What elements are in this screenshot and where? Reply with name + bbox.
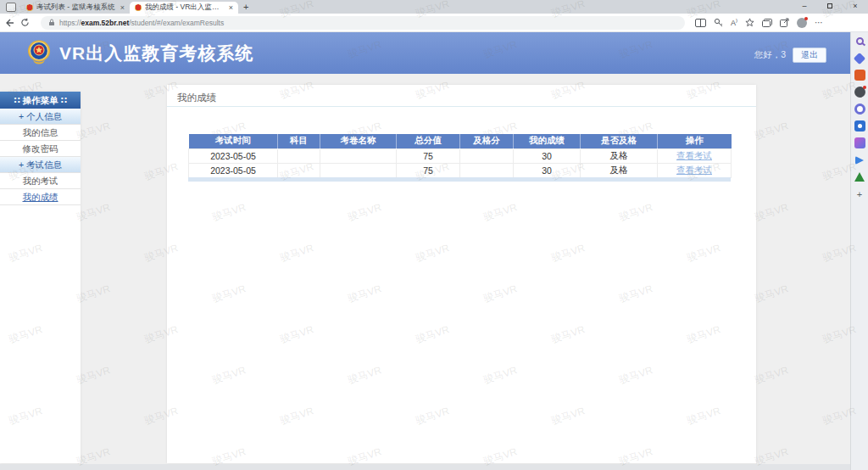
col-pass-score: 及格分 <box>460 134 514 148</box>
watermark-text: 骏马VR <box>753 200 790 225</box>
settings-more-icon[interactable]: ⋯ <box>815 18 824 27</box>
app-title: VR出入监教育考核系统 <box>59 42 253 65</box>
browser-address-bar: https://exam.52br.net/student/#/exam/exa… <box>0 14 868 32</box>
browser-tab-strip: 考试列表 - 监狱考核系统 × 我的成绩 - VR出入监教育考核系统 × + –… <box>0 0 868 14</box>
menu-header: ∷ 操作菜单 ∷ <box>0 92 81 109</box>
scores-table: 考试时间 科目 考卷名称 总分值 及格分 我的成绩 是否及格 操作 2023-0… <box>188 134 732 178</box>
close-button[interactable]: × <box>843 0 868 13</box>
watermark-text: 骏马VR <box>753 119 790 143</box>
table-row: 2023-05-05 75 30 及格 查看考试 <box>189 148 732 163</box>
profile-avatar[interactable] <box>797 18 807 28</box>
tab-close-icon[interactable]: × <box>229 3 233 12</box>
cell-pass-score <box>460 163 514 177</box>
sidebar-item-my-scores[interactable]: 我的成绩 <box>0 189 81 205</box>
restore-button[interactable] <box>817 0 843 13</box>
edge-sidebar: + <box>850 32 868 470</box>
view-exam-link[interactable]: 查看考试 <box>676 150 712 160</box>
sidebar-group-exam-info[interactable]: + 考试信息 <box>0 157 81 173</box>
read-aloud-icon[interactable]: A) <box>731 18 737 27</box>
my-scores-panel: 我的成绩 考试时间 科目 考卷名称 总分值 及格分 我的成绩 是否及格 操作 2… <box>167 85 756 463</box>
tag-icon[interactable] <box>854 53 865 64</box>
operation-menu-panel: ∷ 操作菜单 ∷ + 个人信息 我的信息 修改密码 + 考试信息 我的考试 我的… <box>0 92 81 463</box>
col-pass-status: 是否及格 <box>581 134 658 148</box>
lock-icon <box>48 19 55 26</box>
tree-icon[interactable] <box>854 171 865 182</box>
url-text: https://exam.52br.net/student/#/exam/exa… <box>59 19 224 27</box>
app-header: VR出入监教育考核系统 您好，3 退出 <box>0 32 850 74</box>
tab-actions-icon[interactable] <box>6 3 16 12</box>
briefcase-icon[interactable] <box>854 70 865 81</box>
new-tab-button[interactable]: + <box>243 2 248 12</box>
search-icon[interactable] <box>856 37 864 45</box>
police-emblem-logo <box>27 40 51 65</box>
people-icon[interactable] <box>854 87 865 98</box>
ring-icon[interactable] <box>854 104 865 115</box>
watermark-text: 骏马VR <box>753 363 790 388</box>
cell-paper-name <box>320 148 397 163</box>
cell-pass-score <box>460 148 514 163</box>
col-total-score: 总分值 <box>397 134 460 148</box>
sidebar-item-my-exams[interactable]: 我的考试 <box>0 173 81 189</box>
col-paper-name: 考卷名称 <box>320 134 397 148</box>
refresh-icon[interactable] <box>20 18 36 27</box>
cell-exam-time: 2023-05-05 <box>189 148 278 163</box>
table-row: 2023-05-05 75 30 及格 查看考试 <box>189 163 732 177</box>
cell-total-score: 75 <box>397 148 460 163</box>
favorites-star-icon[interactable] <box>745 18 754 27</box>
site-favicon <box>26 4 33 11</box>
watermark-text: 骏马VR <box>753 282 790 306</box>
col-exam-time: 考试时间 <box>189 134 278 148</box>
tab-title: 考试列表 - 监狱考核系统 <box>36 3 117 13</box>
header-user-area: 您好，3 退出 <box>754 48 826 63</box>
col-action: 操作 <box>658 134 732 148</box>
cell-subject <box>278 163 320 177</box>
view-exam-link[interactable]: 查看考试 <box>676 165 712 175</box>
address-bar-icons: A) ⋯ <box>695 18 824 28</box>
cell-subject <box>278 148 320 163</box>
col-subject: 科目 <box>278 134 320 148</box>
plus-icon[interactable]: + <box>854 188 865 199</box>
sidebar-item-change-password[interactable]: 修改密码 <box>0 141 81 157</box>
back-icon[interactable] <box>5 19 20 27</box>
cell-pass-status: 及格 <box>581 163 658 177</box>
window-bottom-edge <box>0 464 850 470</box>
user-greeting: 您好，3 <box>754 49 786 61</box>
cell-my-score: 30 <box>514 163 581 177</box>
table-footer-bar <box>188 177 731 182</box>
camera-icon[interactable] <box>854 120 865 131</box>
restore-icon <box>827 3 832 8</box>
split-screen-icon[interactable] <box>695 19 706 27</box>
logout-button[interactable]: 退出 <box>793 48 826 63</box>
browser-tab-exam-list[interactable]: 考试列表 - 监狱考核系统 × <box>21 2 130 14</box>
table-header-row: 考试时间 科目 考卷名称 总分值 及格分 我的成绩 是否及格 操作 <box>189 134 732 148</box>
collections-icon[interactable] <box>762 19 772 27</box>
window-controls: – × <box>792 0 868 13</box>
cell-pass-status: 及格 <box>581 148 658 163</box>
browser-tab-my-scores[interactable]: 我的成绩 - VR出入监教育考核系统 × <box>130 2 238 14</box>
cell-my-score: 30 <box>514 148 581 163</box>
page-title: 我的成绩 <box>167 85 756 107</box>
page-share-icon[interactable] <box>780 18 789 27</box>
key-icon[interactable] <box>714 18 723 27</box>
cell-total-score: 75 <box>397 163 460 177</box>
cell-paper-name <box>320 163 397 177</box>
col-my-score: 我的成绩 <box>514 134 581 148</box>
url-input[interactable]: https://exam.52br.net/student/#/exam/exa… <box>41 16 685 30</box>
tab-title: 我的成绩 - VR出入监教育考核系统 <box>145 3 225 13</box>
minimize-button[interactable]: – <box>792 0 817 13</box>
sidebar-item-my-info[interactable]: 我的信息 <box>0 125 81 141</box>
cell-exam-time: 2023-05-05 <box>189 163 278 177</box>
tab-close-icon[interactable]: × <box>120 3 125 12</box>
sidebar-group-personal-info[interactable]: + 个人信息 <box>0 109 81 125</box>
site-favicon <box>135 4 142 11</box>
pencil-icon[interactable] <box>854 137 865 148</box>
paper-plane-icon[interactable] <box>854 154 865 165</box>
